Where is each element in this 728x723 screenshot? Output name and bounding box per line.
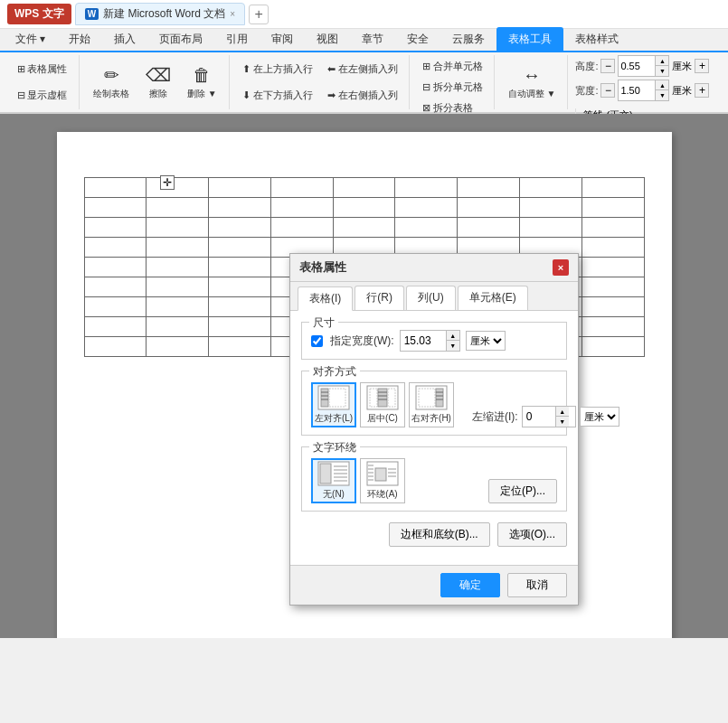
plus-height[interactable]: +: [695, 59, 709, 73]
table-cell[interactable]: [270, 218, 333, 238]
table-cell[interactable]: [395, 178, 458, 198]
dialog-tab-col[interactable]: 列(U): [406, 286, 456, 310]
table-cell[interactable]: [581, 317, 644, 337]
table-cell[interactable]: [333, 198, 395, 218]
insert-col-left-button[interactable]: ⬅ 在左侧插入列: [322, 60, 403, 79]
minus-height[interactable]: −: [600, 59, 615, 73]
width-spin-buttons[interactable]: ▲ ▼: [655, 80, 668, 100]
table-cell[interactable]: [270, 198, 333, 218]
height-input-control[interactable]: ▲ ▼: [618, 55, 669, 77]
tab-table-tools[interactable]: 表格工具: [496, 27, 563, 51]
tab-view[interactable]: 视图: [305, 27, 350, 51]
table-cell[interactable]: [147, 238, 209, 258]
options-button[interactable]: 选项(O)...: [497, 522, 567, 547]
table-cell[interactable]: [84, 238, 147, 258]
width-input[interactable]: [619, 80, 655, 100]
table-cell[interactable]: [209, 277, 271, 297]
dialog-tab-table[interactable]: 表格(I): [298, 286, 353, 311]
new-tab-button[interactable]: +: [249, 5, 269, 24]
table-cell[interactable]: [147, 178, 209, 198]
table-cell[interactable]: [84, 317, 147, 337]
size-spin-up[interactable]: ▲: [447, 331, 459, 341]
wrap-text-button[interactable]: 环绕(A): [360, 458, 405, 503]
draw-table-button[interactable]: ✏ 绘制表格: [87, 61, 136, 103]
table-cell[interactable]: [147, 258, 209, 277]
table-cell[interactable]: [395, 198, 458, 218]
dialog-close-button[interactable]: ×: [553, 259, 569, 276]
table-cell[interactable]: [519, 218, 581, 238]
table-cell[interactable]: [581, 297, 644, 317]
table-cell[interactable]: [147, 277, 209, 297]
table-cell[interactable]: [147, 297, 209, 317]
wps-logo[interactable]: WPS 文字: [7, 4, 71, 24]
ok-button[interactable]: 确定: [440, 573, 500, 597]
table-cell[interactable]: [209, 258, 271, 277]
tab-file[interactable]: 文件 ▾: [4, 27, 57, 51]
table-cell[interactable]: [209, 297, 271, 317]
tab-insert[interactable]: 插入: [102, 27, 147, 51]
insert-col-right-button[interactable]: ➡ 在右侧插入列: [322, 86, 403, 105]
size-unit-select[interactable]: 厘米: [466, 331, 506, 351]
table-cell[interactable]: [147, 317, 209, 337]
insert-row-above-button[interactable]: ⬆ 在上方插入行: [237, 60, 318, 79]
tab-review[interactable]: 审阅: [260, 27, 305, 51]
cancel-button[interactable]: 取消: [507, 573, 567, 597]
size-spin-control[interactable]: ▲ ▼: [400, 330, 460, 352]
tab-start[interactable]: 开始: [57, 27, 102, 51]
plus-width[interactable]: +: [695, 83, 709, 98]
indent-spin-up[interactable]: ▲: [556, 407, 569, 417]
indent-unit-select[interactable]: 厘米: [580, 407, 619, 427]
merge-cells-button[interactable]: ⊞ 合并单元格: [417, 57, 488, 76]
table-cell[interactable]: [519, 178, 581, 198]
table-cell[interactable]: [84, 297, 147, 317]
tab-chapter[interactable]: 章节: [350, 27, 395, 51]
tab-close-icon[interactable]: ×: [230, 9, 235, 19]
size-spin-buttons[interactable]: ▲ ▼: [446, 331, 459, 351]
width-input-control[interactable]: ▲ ▼: [618, 80, 669, 101]
split-cells-button[interactable]: ⊟ 拆分单元格: [417, 78, 488, 97]
table-cell[interactable]: [209, 218, 271, 238]
minus-width[interactable]: −: [600, 83, 615, 98]
delete-button[interactable]: 🗑 删除 ▼: [181, 62, 223, 103]
height-input[interactable]: [619, 56, 655, 76]
height-spin-down[interactable]: ▼: [656, 66, 668, 76]
table-cell[interactable]: [581, 218, 644, 238]
indent-spin-buttons[interactable]: ▲ ▼: [555, 407, 569, 427]
table-cell[interactable]: [209, 198, 271, 218]
table-cell[interactable]: [209, 178, 271, 198]
table-cell[interactable]: [333, 178, 395, 198]
table-cell[interactable]: [581, 258, 644, 277]
dialog-tab-cell[interactable]: 单元格(E): [458, 286, 528, 310]
table-cell[interactable]: [395, 218, 458, 238]
table-cell[interactable]: [333, 218, 395, 238]
align-left-button[interactable]: 左对齐(L): [311, 382, 356, 427]
tab-table-style[interactable]: 表格样式: [563, 27, 630, 51]
table-move-handle[interactable]: ✛: [160, 175, 175, 190]
table-cell[interactable]: [581, 337, 644, 357]
width-spin-down[interactable]: ▼: [656, 90, 668, 100]
position-button[interactable]: 定位(P)...: [488, 479, 557, 503]
table-cell[interactable]: [209, 337, 271, 357]
indent-spin-control[interactable]: ▲ ▼: [522, 406, 576, 427]
insert-row-below-button[interactable]: ⬇ 在下方插入行: [237, 86, 318, 105]
table-cell[interactable]: [84, 218, 147, 238]
table-cell[interactable]: [209, 317, 271, 337]
table-properties-button[interactable]: ⊞ 表格属性: [11, 60, 73, 79]
wrap-none-button[interactable]: 无(N): [311, 458, 356, 503]
table-cell[interactable]: [84, 337, 147, 357]
size-input[interactable]: [401, 331, 446, 351]
table-cell[interactable]: [519, 198, 581, 218]
table-cell[interactable]: [147, 337, 209, 357]
table-cell[interactable]: [581, 178, 644, 198]
table-cell[interactable]: [147, 198, 209, 218]
tab-cloud[interactable]: 云服务: [440, 27, 496, 51]
table-cell[interactable]: [458, 198, 520, 218]
table-cell[interactable]: [84, 198, 147, 218]
table-cell[interactable]: [581, 238, 644, 258]
indent-input[interactable]: [523, 407, 555, 427]
height-spin-buttons[interactable]: ▲ ▼: [655, 56, 668, 76]
auto-adjust-button[interactable]: ↔ 自动调整 ▼: [502, 62, 563, 103]
dialog-tab-row[interactable]: 行(R): [355, 286, 404, 310]
size-checkbox[interactable]: [311, 335, 323, 347]
table-cell[interactable]: [209, 238, 271, 258]
